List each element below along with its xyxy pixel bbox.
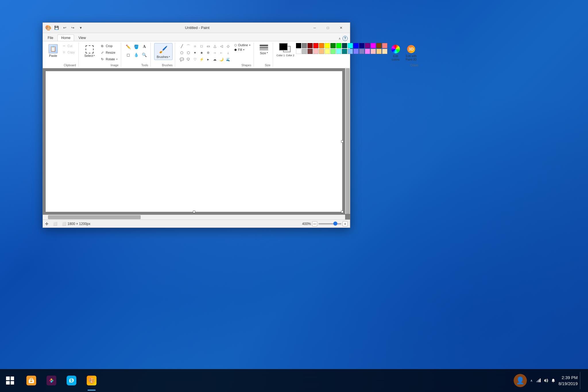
- ribbon-help-button[interactable]: ?: [343, 36, 348, 41]
- redo-button[interactable]: ↪: [69, 24, 76, 31]
- color-lightorange[interactable]: [376, 49, 382, 54]
- start-button[interactable]: [0, 369, 20, 392]
- zoom-slider[interactable]: [318, 223, 341, 224]
- canvas[interactable]: [46, 71, 342, 212]
- canvas-resize-s[interactable]: [193, 211, 195, 213]
- brushes-button[interactable]: 🖌️ Brushes ▾: [154, 43, 173, 60]
- magnify-button[interactable]: 🔍: [141, 51, 148, 59]
- shape-heart[interactable]: ♡: [192, 56, 198, 63]
- tab-home[interactable]: Home: [57, 34, 74, 41]
- color-pink[interactable]: [313, 49, 318, 54]
- select-button[interactable]: Select ▾: [83, 44, 97, 59]
- color-red[interactable]: [313, 43, 318, 48]
- color-periwinkle[interactable]: [353, 49, 359, 54]
- color-lightpink[interactable]: [371, 49, 376, 54]
- color-orange[interactable]: [319, 43, 324, 48]
- eraser-button[interactable]: ◻: [125, 51, 132, 59]
- color-white[interactable]: [296, 49, 301, 54]
- shape-oval[interactable]: ○: [192, 43, 198, 49]
- paste-button[interactable]: 📋 Paste: [47, 43, 59, 59]
- quick-access-dropdown[interactable]: ▾: [77, 24, 84, 31]
- pencil-button[interactable]: ✏️: [125, 43, 132, 51]
- taskbar-icon-store[interactable]: [22, 370, 41, 391]
- color-lightmagenta[interactable]: [365, 49, 370, 54]
- shape-arrow-r[interactable]: →: [212, 50, 218, 56]
- color-black[interactable]: [296, 43, 301, 48]
- show-hidden-icons[interactable]: ∧: [529, 378, 534, 383]
- size-button[interactable]: Size ▾: [257, 43, 270, 57]
- color-peach[interactable]: [319, 49, 324, 54]
- color-darkteal[interactable]: [342, 43, 347, 48]
- save-button[interactable]: 💾: [53, 24, 60, 31]
- color-teal[interactable]: [342, 49, 347, 54]
- undo-button[interactable]: ↩: [61, 24, 68, 31]
- zoom-out-button[interactable]: ─: [312, 221, 317, 226]
- color-cyan[interactable]: [348, 43, 353, 48]
- copy-button[interactable]: ⎘ Copy: [61, 49, 76, 55]
- color-rosebrown[interactable]: [307, 49, 313, 54]
- color-magenta[interactable]: [371, 43, 376, 48]
- shape-line[interactable]: ╱: [179, 43, 185, 49]
- shape-curve[interactable]: ⌒: [185, 43, 192, 49]
- color1-swatch[interactable]: [279, 43, 288, 51]
- shape-lightning[interactable]: ⚡: [198, 56, 205, 63]
- ribbon-collapse-button[interactable]: ∧: [339, 37, 341, 40]
- minimize-button[interactable]: ─: [308, 23, 321, 33]
- shape-star5[interactable]: ★: [198, 50, 205, 56]
- shape-callout[interactable]: 💬: [179, 56, 185, 63]
- color-darkgreen[interactable]: [330, 43, 336, 48]
- resize-button[interactable]: ⤢ Resize: [99, 50, 118, 55]
- shape-rect[interactable]: □: [198, 43, 205, 49]
- color-gray[interactable]: [302, 43, 307, 48]
- color-yellow[interactable]: [325, 43, 330, 48]
- zoom-in-button[interactable]: +: [343, 221, 348, 226]
- canvas-resize-e[interactable]: [341, 140, 343, 143]
- volume-icon[interactable]: [543, 378, 549, 383]
- tab-file[interactable]: File: [44, 34, 57, 41]
- shape-arrow-d[interactable]: ↓: [225, 50, 231, 56]
- system-clock[interactable]: 2:39 PM 8/19/2019: [558, 374, 578, 387]
- maximize-button[interactable]: □: [321, 23, 334, 33]
- shape-extra3[interactable]: 🌊: [225, 56, 231, 63]
- color-brown[interactable]: [376, 43, 382, 48]
- color-lightyellow2[interactable]: [382, 49, 387, 54]
- cut-button[interactable]: ✂ Cut: [61, 43, 76, 49]
- shape-extra1[interactable]: ☁: [212, 56, 218, 63]
- fill-shape-button[interactable]: ⬢ Fill ▾: [233, 48, 251, 52]
- color-darkblue[interactable]: [359, 43, 364, 48]
- color-green[interactable]: [336, 43, 341, 48]
- shape-extra2[interactable]: 🌙: [218, 56, 225, 63]
- text-button[interactable]: A: [141, 43, 148, 51]
- edit-colors-button[interactable]: Edit colors: [389, 43, 402, 63]
- shape-callout2[interactable]: 🗨: [185, 56, 192, 63]
- tab-view[interactable]: View: [75, 34, 90, 41]
- shape-star4[interactable]: ✦: [192, 50, 198, 56]
- close-button[interactable]: ✕: [334, 23, 348, 33]
- edit-paint3d-button[interactable]: 3D Edit with Paint 3D: [404, 43, 418, 63]
- scrollbar-vertical-thumb[interactable]: [346, 68, 350, 214]
- scrollbar-horizontal-thumb[interactable]: [48, 215, 141, 219]
- scrollbar-vertical[interactable]: [345, 68, 350, 214]
- rotate-button[interactable]: ↻ Rotate ▾: [99, 56, 118, 62]
- color-blue[interactable]: [353, 43, 359, 48]
- color-picker-button[interactable]: 💧: [133, 51, 140, 59]
- shape-diamond[interactable]: ◇: [225, 43, 231, 49]
- shape-triangle[interactable]: △: [212, 43, 218, 49]
- shape-more[interactable]: ▸: [205, 56, 211, 63]
- zoom-slider-thumb[interactable]: [333, 222, 337, 226]
- network-icon[interactable]: [535, 378, 541, 383]
- shape-arrow-l[interactable]: ←: [218, 50, 225, 56]
- color-lightcyan[interactable]: [336, 49, 341, 54]
- outline-button[interactable]: ⬡ Outline ▾: [233, 43, 251, 47]
- taskbar-icon-skype[interactable]: [62, 370, 81, 391]
- fill-button[interactable]: 🪣: [133, 43, 140, 51]
- canvas-resize-se[interactable]: [341, 211, 343, 213]
- show-desktop-button[interactable]: [580, 372, 582, 389]
- color-lightyellow[interactable]: [325, 49, 330, 54]
- taskbar-icon-paint[interactable]: 🎨: [82, 370, 101, 391]
- shape-star6[interactable]: ✡: [205, 50, 211, 56]
- color-lightred[interactable]: [382, 43, 387, 48]
- shape-rtriangle[interactable]: ◁: [218, 43, 225, 49]
- shape-hexagon[interactable]: ⬡: [185, 50, 192, 56]
- crop-button[interactable]: ⧉ Crop: [99, 43, 118, 49]
